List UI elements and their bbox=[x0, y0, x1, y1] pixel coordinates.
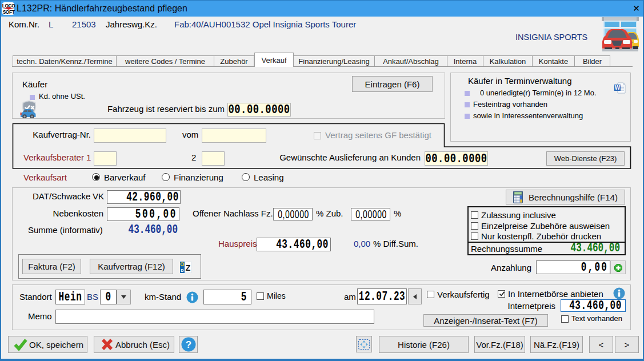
svg-text:SOFT: SOFT bbox=[3, 9, 15, 15]
svg-text:?: ? bbox=[185, 339, 191, 350]
svg-text:D: D bbox=[181, 268, 183, 272]
svg-text:W: W bbox=[615, 85, 621, 91]
svg-text:Z: Z bbox=[186, 263, 191, 272]
